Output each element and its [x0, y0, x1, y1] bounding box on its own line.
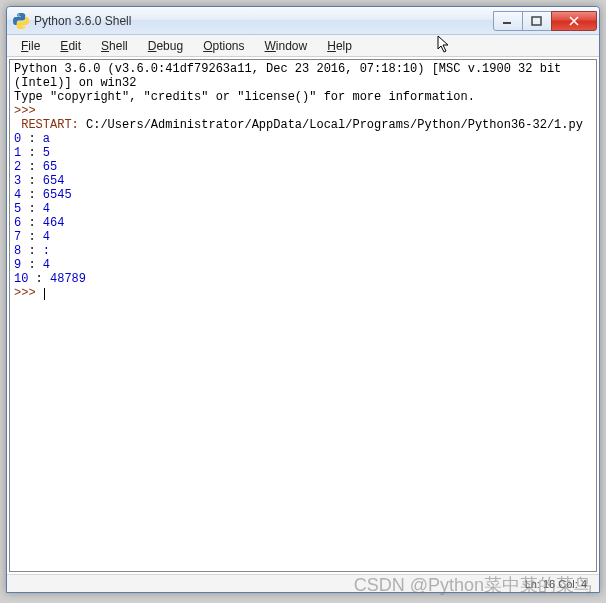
svg-rect-1	[532, 17, 541, 25]
menu-help[interactable]: Help	[317, 37, 362, 55]
shell-content-area[interactable]: Python 3.6.0 (v3.6.0:41df79263a11, Dec 2…	[9, 59, 597, 572]
menu-edit[interactable]: Edit	[50, 37, 91, 55]
menu-shell[interactable]: Shell	[91, 37, 138, 55]
minimize-button[interactable]	[493, 11, 523, 31]
svg-rect-0	[503, 22, 511, 24]
maximize-button[interactable]	[522, 11, 552, 31]
menu-bar: File Edit Shell Debug Options Window Hel…	[7, 35, 599, 57]
close-button[interactable]	[551, 11, 597, 31]
menu-window[interactable]: Window	[255, 37, 318, 55]
menu-file[interactable]: File	[11, 37, 50, 55]
window-title: Python 3.6.0 Shell	[34, 14, 494, 28]
title-bar[interactable]: Python 3.6.0 Shell	[7, 7, 599, 35]
menu-options[interactable]: Options	[193, 37, 254, 55]
status-bar: Ln: 16 Col: 4	[7, 574, 599, 592]
shell-output[interactable]: Python 3.6.0 (v3.6.0:41df79263a11, Dec 2…	[10, 60, 596, 302]
python-icon	[13, 13, 29, 29]
window-controls	[494, 11, 597, 31]
cursor-position: Ln: 16 Col: 4	[525, 578, 587, 590]
app-window: Python 3.6.0 Shell File Edit Shell Debug…	[6, 6, 600, 593]
menu-debug[interactable]: Debug	[138, 37, 193, 55]
